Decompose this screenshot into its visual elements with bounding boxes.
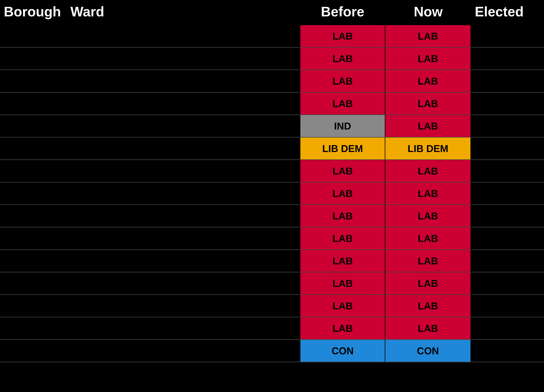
table-row: LAB LAB: [0, 250, 544, 272]
cell-ward: [67, 70, 300, 92]
cell-now: LAB: [385, 250, 471, 272]
cell-borough: [0, 272, 67, 294]
cell-borough: [0, 295, 67, 317]
cell-borough: [0, 250, 67, 272]
cell-ward: [67, 205, 300, 227]
cell-borough: [0, 48, 67, 70]
cell-ward: [67, 93, 300, 114]
cell-before: LAB: [300, 295, 385, 317]
cell-before: CON: [300, 340, 385, 362]
cell-borough: [0, 93, 67, 114]
cell-borough: [0, 137, 67, 160]
cell-now: LIB DEM: [385, 137, 471, 160]
cell-before: LAB: [300, 227, 385, 249]
cell-before: IND: [300, 115, 385, 137]
cell-before: LAB: [300, 160, 385, 182]
cell-before: LAB: [300, 183, 385, 204]
cell-elected: [471, 70, 544, 92]
table-row: LAB LAB: [0, 70, 544, 93]
cell-elected: [471, 227, 544, 249]
cell-now: LAB: [385, 317, 471, 339]
cell-elected: [471, 160, 544, 182]
cell-elected: [471, 317, 544, 339]
cell-now: LAB: [385, 183, 471, 204]
cell-borough: [0, 227, 67, 249]
cell-elected: [471, 295, 544, 317]
table-row: LAB LAB: [0, 272, 544, 295]
cell-now: LAB: [385, 205, 471, 227]
header-ward: Ward: [67, 4, 300, 19]
cell-borough: [0, 183, 67, 204]
cell-elected: [471, 25, 544, 47]
cell-ward: [67, 48, 300, 70]
table-row: LAB LAB: [0, 227, 544, 250]
cell-ward: [67, 25, 300, 47]
cell-borough: [0, 340, 67, 362]
table-row: LAB LAB: [0, 160, 544, 183]
table-row: LAB LAB: [0, 205, 544, 227]
cell-elected: [471, 205, 544, 227]
cell-borough: [0, 205, 67, 227]
cell-ward: [67, 295, 300, 317]
cell-now: LAB: [385, 70, 471, 92]
cell-before: LAB: [300, 25, 385, 47]
cell-now: LAB: [385, 25, 471, 47]
cell-before: LAB: [300, 48, 385, 70]
cell-ward: [67, 160, 300, 182]
table-row: LIB DEM LIB DEM: [0, 137, 544, 160]
cell-before: LIB DEM: [300, 137, 385, 160]
cell-ward: [67, 272, 300, 294]
cell-before: LAB: [300, 205, 385, 227]
header-before: Before: [300, 4, 385, 19]
cell-now: LAB: [385, 295, 471, 317]
cell-ward: [67, 317, 300, 339]
cell-ward: [67, 340, 300, 362]
table-container: LAB LAB LAB LAB LAB LAB LAB LAB IND LAB: [0, 25, 544, 362]
cell-borough: [0, 317, 67, 339]
cell-borough: [0, 70, 67, 92]
header-elected: Elected: [471, 4, 544, 19]
table-row: CON CON: [0, 340, 544, 362]
cell-before: LAB: [300, 70, 385, 92]
header-borough: Borough: [0, 4, 67, 19]
cell-before: LAB: [300, 250, 385, 272]
cell-ward: [67, 115, 300, 137]
cell-before: LAB: [300, 272, 385, 294]
cell-now: LAB: [385, 160, 471, 182]
cell-ward: [67, 183, 300, 204]
cell-ward: [67, 137, 300, 160]
cell-now: LAB: [385, 227, 471, 249]
header-now: Now: [385, 4, 471, 19]
table-row: LAB LAB: [0, 183, 544, 205]
table-row: IND LAB: [0, 115, 544, 137]
cell-elected: [471, 93, 544, 114]
cell-elected: [471, 183, 544, 204]
cell-elected: [471, 48, 544, 70]
cell-now: LAB: [385, 272, 471, 294]
table-row: LAB LAB: [0, 295, 544, 317]
cell-elected: [471, 272, 544, 294]
cell-borough: [0, 160, 67, 182]
cell-ward: [67, 227, 300, 249]
cell-now: LAB: [385, 48, 471, 70]
cell-ward: [67, 250, 300, 272]
cell-elected: [471, 137, 544, 160]
table-row: LAB LAB: [0, 93, 544, 115]
cell-borough: [0, 25, 67, 47]
cell-elected: [471, 250, 544, 272]
cell-borough: [0, 115, 67, 137]
cell-now: LAB: [385, 93, 471, 114]
cell-elected: [471, 115, 544, 137]
cell-now: LAB: [385, 115, 471, 137]
table-row: LAB LAB: [0, 25, 544, 48]
table-row: LAB LAB: [0, 48, 544, 70]
table-row: LAB LAB: [0, 317, 544, 340]
cell-now: CON: [385, 340, 471, 362]
cell-before: LAB: [300, 93, 385, 114]
cell-elected: [471, 340, 544, 362]
cell-before: LAB: [300, 317, 385, 339]
header-row: Borough Ward Before Now Elected: [0, 0, 544, 25]
